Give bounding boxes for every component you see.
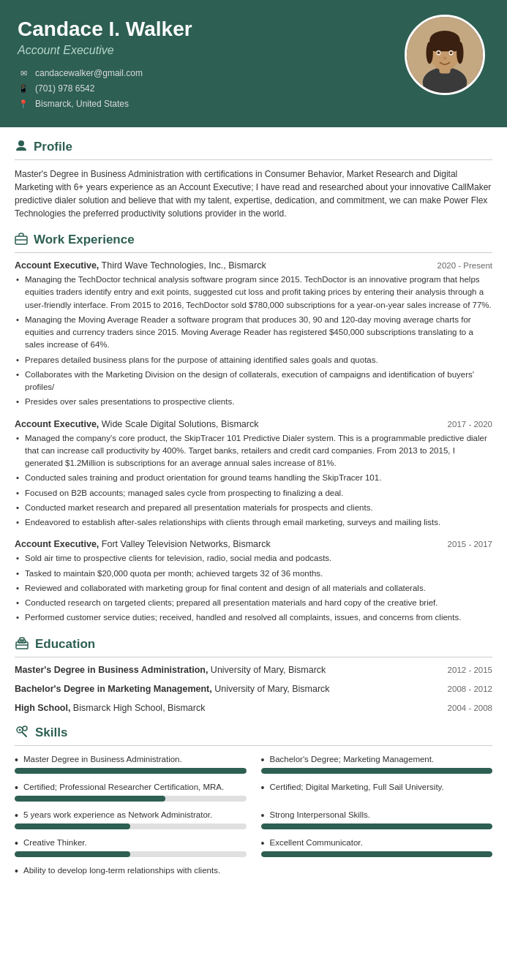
skill-item: Excellent Communicator. <box>261 837 493 857</box>
skill-bar-container <box>15 796 247 802</box>
edu-header: Master's Degree in Business Administrati… <box>15 665 492 675</box>
skill-item: 5 years work experience as Network Admin… <box>15 809 247 829</box>
svg-point-21 <box>19 728 21 731</box>
skills-section-header: Skills <box>15 725 492 746</box>
svg-point-12 <box>443 57 447 60</box>
job-bullet: Tasked to maintain $20,000 quota per mon… <box>15 568 492 580</box>
phone-icon: 📱 <box>18 83 29 94</box>
job-title: Account Executive, Fort Valley Televisio… <box>15 539 271 549</box>
education-item: High School, Bismarck High School, Bisma… <box>15 703 492 713</box>
location-icon: 📍 <box>18 98 29 110</box>
skill-bar <box>15 796 165 802</box>
skill-item: Strong Interpersonal Skills. <box>261 809 493 829</box>
job-bullet: Reviewed and collaborated with marketing… <box>15 582 492 595</box>
job-bullet: Collaborates with the Marketing Division… <box>15 369 492 394</box>
job-title: Account Executive, Wide Scale Digital So… <box>15 419 258 429</box>
header: Candace I. Walker Account Executive ✉ ca… <box>0 0 507 127</box>
job-bullet: Conducted sales training and product ori… <box>15 472 492 484</box>
job-header: Account Executive, Third Wave Technologi… <box>15 260 492 271</box>
skill-bar <box>261 851 493 857</box>
resume-container: Candace I. Walker Account Executive ✉ ca… <box>0 0 507 900</box>
job-date: 2015 - 2017 <box>448 540 492 549</box>
education-item: Bachelor's Degree in Marketing Managemen… <box>15 684 492 694</box>
job-bullet: Managing the TechDoctor technical analys… <box>15 274 492 312</box>
skill-bar-container <box>261 851 493 857</box>
work-title: Work Experience <box>34 233 135 247</box>
phone-value: (701) 978 6542 <box>35 83 94 94</box>
edu-header: High School, Bismarck High School, Bisma… <box>15 703 492 713</box>
job-bullet: Sold air time to prospective clients for… <box>15 552 492 565</box>
main-content: Profile Master's Degree in Business Admi… <box>0 127 507 900</box>
job-bullets: Managing the TechDoctor technical analys… <box>15 274 492 409</box>
svg-rect-7 <box>429 37 460 51</box>
edu-degree: Bachelor's Degree in Marketing Managemen… <box>15 684 330 694</box>
edu-header: Bachelor's Degree in Marketing Managemen… <box>15 684 492 694</box>
job-bullet: Presides over sales presentations to pro… <box>15 396 492 408</box>
job-bullet: Conducted research on targeted clients; … <box>15 597 492 609</box>
work-experience-section: Work Experience Account Executive, Third… <box>15 232 492 625</box>
profile-icon <box>15 139 28 155</box>
job-item: Account Executive, Wide Scale Digital So… <box>15 419 492 529</box>
skill-item: Creative Thinker. <box>15 837 247 857</box>
job-bullet: Managing the Moving Average Reader a sof… <box>15 314 492 352</box>
job-bullet: Endeavored to establish after-sales rela… <box>15 516 492 529</box>
skills-title: Skills <box>35 725 67 740</box>
email-value: candacewalker@gmail.com <box>35 68 143 78</box>
skill-bar-container <box>261 768 493 774</box>
skill-item: Certified; Digital Marketing, Full Sail … <box>261 781 493 802</box>
edu-degree: High School, Bismarck High School, Bisma… <box>15 703 205 713</box>
profile-title: Profile <box>34 140 72 154</box>
job-item: Account Executive, Third Wave Technologi… <box>15 260 492 409</box>
svg-point-11 <box>450 51 453 54</box>
skill-label: Certified; Digital Marketing, Full Sail … <box>261 781 493 793</box>
svg-point-13 <box>18 140 24 146</box>
skills-section: Skills Master Degree in Business Adminis… <box>15 725 492 876</box>
skill-label: 5 years work experience as Network Admin… <box>15 809 247 821</box>
skill-bar <box>15 823 130 829</box>
skill-bar <box>15 768 247 774</box>
education-title: Education <box>35 637 95 652</box>
job-date: 2017 - 2020 <box>448 420 492 429</box>
skill-label: Excellent Communicator. <box>261 837 493 848</box>
profile-section: Profile Master's Degree in Business Admi… <box>15 139 492 220</box>
profile-photo <box>405 15 485 95</box>
skill-bar-container <box>261 823 493 829</box>
work-icon <box>15 232 28 248</box>
skill-item: Bachelor's Degree; Marketing Management. <box>261 753 493 774</box>
job-bullet: Prepares detailed business plans for the… <box>15 354 492 366</box>
job-bullet: Conducted market research and prepared a… <box>15 502 492 514</box>
job-bullet: Focused on B2B accounts; managed sales c… <box>15 487 492 500</box>
skill-label: Ability to develop long-term relationshi… <box>15 864 247 876</box>
svg-point-10 <box>437 51 440 54</box>
education-section-header: Education <box>15 636 492 657</box>
skill-bar-container <box>15 768 247 774</box>
edu-date: 2008 - 2012 <box>448 685 492 693</box>
job-header: Account Executive, Wide Scale Digital So… <box>15 419 492 429</box>
skill-label: Master Degree in Business Administration… <box>15 753 247 765</box>
skill-bar <box>261 823 493 829</box>
jobs-list: Account Executive, Third Wave Technologi… <box>15 260 492 625</box>
skill-item: Master Degree in Business Administration… <box>15 753 247 774</box>
education-list: Master's Degree in Business Administrati… <box>15 665 492 713</box>
education-item: Master's Degree in Business Administrati… <box>15 665 492 675</box>
profile-section-header: Profile <box>15 139 492 160</box>
svg-rect-18 <box>20 638 24 641</box>
email-icon: ✉ <box>18 67 29 79</box>
skill-item: Certified; Professional Researcher Certi… <box>15 781 247 802</box>
work-section-header: Work Experience <box>15 232 492 253</box>
skill-label: Certified; Professional Researcher Certi… <box>15 781 247 793</box>
education-section: Education Master's Degree in Business Ad… <box>15 636 492 713</box>
skill-bar <box>15 851 130 857</box>
job-date: 2020 - Present <box>437 261 492 270</box>
skill-label: Strong Interpersonal Skills. <box>261 809 493 821</box>
job-bullet: Managed the company's core product, the … <box>15 432 492 470</box>
job-item: Account Executive, Fort Valley Televisio… <box>15 539 492 624</box>
skills-grid: Master Degree in Business Administration… <box>15 753 492 876</box>
edu-degree: Master's Degree in Business Administrati… <box>15 665 326 675</box>
job-bullet: Performed customer service duties; recei… <box>15 611 492 624</box>
skill-label: Creative Thinker. <box>15 837 247 848</box>
location-value: Bismarck, United States <box>35 99 129 109</box>
edu-date: 2012 - 2015 <box>448 666 492 674</box>
skill-item <box>261 864 493 876</box>
edu-date: 2004 - 2008 <box>448 704 492 712</box>
